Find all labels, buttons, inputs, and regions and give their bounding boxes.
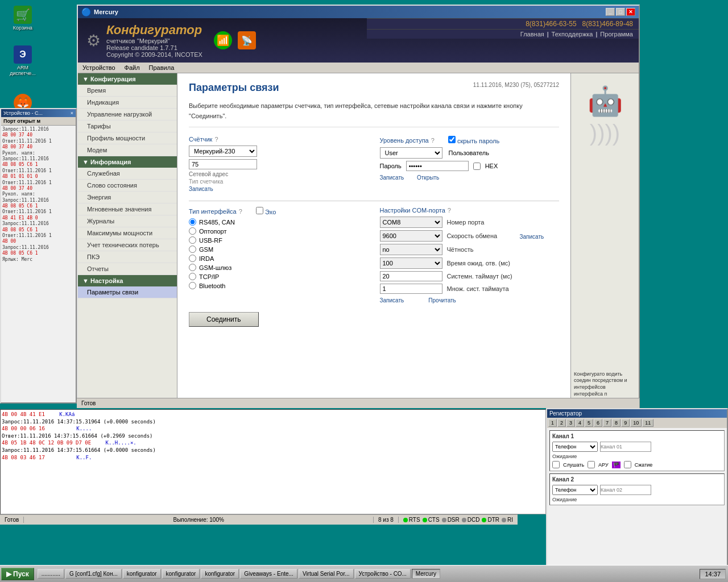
reg-tab-4[interactable]: 4 [576,419,584,427]
taskbar-item-konfigurator1[interactable]: konfigurator [123,569,161,579]
taskbar-item-0[interactable]: ............ [38,569,64,579]
channel-1-compression-check[interactable] [624,461,631,468]
rss-icon[interactable]: 📡 [238,31,256,49]
sidebar-item-load-control[interactable]: Управление нагрузкой [78,109,177,120]
pass-open-link[interactable]: Открыть [417,174,439,181]
radio-optport[interactable]: Оптопорт [189,227,369,235]
radio-tcpip[interactable]: TCP/IP [189,273,369,280]
channel-2-type[interactable]: Телефон [552,485,598,495]
reg-tab-10[interactable]: 10 [630,419,642,427]
com-mult-read-link[interactable]: Прочитать [428,297,456,304]
channel-1-listen-check[interactable] [552,461,560,468]
channel-2-number[interactable] [600,485,651,495]
radio-usb-rf[interactable]: USB-RF [189,236,369,244]
sidebar-settings-header[interactable]: ▼ Настройка [78,275,177,286]
radio-gsm[interactable]: GSM [189,246,369,253]
reg-tab-9[interactable]: 9 [621,419,630,427]
com-timeout-select[interactable]: 10050200 [380,257,442,269]
taskbar-item-mercury[interactable]: Mercury [412,569,440,579]
radio-rs485[interactable]: RS485, CAN [189,218,369,226]
reg-tab-8[interactable]: 8 [612,419,621,427]
sidebar-item-indication[interactable]: Индикация [78,97,177,109]
sidebar-item-modem[interactable]: Модем [78,144,177,156]
taskbar-item-giveaways[interactable]: Giveaways - Ente... [240,569,297,579]
sidebar-item-power-profile[interactable]: Профиль мощности [78,132,177,144]
com-parity-select[interactable]: noevenodd [380,244,442,255]
radio-gsm-gateway[interactable]: GSM-шлюз [189,264,369,271]
reg-tab-2[interactable]: 2 [557,419,566,427]
taskbar-item-device[interactable]: Устройство - СО... [355,569,411,579]
sidebar-item-energy[interactable]: Энергия [78,192,177,203]
sidebar-item-service[interactable]: Служебная [78,168,177,180]
taskbar-item-konfigurator3[interactable]: konfigurator [201,569,239,579]
maximize-button[interactable]: □ [616,8,625,16]
access-help-icon[interactable]: ? [431,137,435,144]
com-sys-timeout-input[interactable] [380,271,442,281]
reg-tab-6[interactable]: 6 [594,419,602,427]
hide-password-checkbox[interactable] [448,136,456,143]
sidebar-item-instant[interactable]: Мгновенные значения [78,203,177,215]
taskbar-item-conf[interactable]: G [conf1.cfg] Кон... [65,569,122,579]
sidebar-item-state-word[interactable]: Слово состояния [78,180,177,192]
radio-bluetooth[interactable]: Bluetooth [189,282,369,289]
sidebar-item-time[interactable]: Время [78,85,177,97]
channel-1-status: Ожидание [552,454,722,459]
channel-1-type[interactable]: Телефон [552,442,598,452]
pass-save-link[interactable]: Записать [380,174,404,181]
start-button[interactable]: ▶ Пуск [1,568,34,580]
channel-1-checks: Слушать АРУ 🏴 Сжатие [552,461,722,468]
counter-save-link[interactable]: Записать [189,186,213,192]
interface-help-icon[interactable]: ? [239,208,242,215]
sidebar-item-reports[interactable]: Отчеты [78,263,177,275]
desktop-icon-arm[interactable]: Э ARMдиспетче... [6,45,40,76]
counter-address-input[interactable] [189,159,257,169]
password-input[interactable] [406,161,469,171]
signal-icon[interactable]: 📶 [214,31,232,49]
reg-tab-1[interactable]: 1 [548,419,557,427]
menu-file[interactable]: Файл [120,63,144,72]
close-button[interactable]: ✕ [626,8,635,16]
nav-home[interactable]: Главная [520,31,544,38]
reg-tab-3[interactable]: 3 [566,419,575,427]
reg-tab-11[interactable]: 11 [642,419,653,427]
com-mult-input[interactable] [380,284,442,294]
port-monitor-window: Устройство - С... × Порт открыт м Запрос… [0,108,77,404]
taskbar-item-konfigurator2[interactable]: konfigurator [162,569,200,579]
menu-device[interactable]: Устройство [78,63,120,72]
sidebar-item-connection-params[interactable]: Параметры связи [78,286,177,298]
com-speed-save-link[interactable]: Записать [520,234,544,240]
nav-support[interactable]: Техподдержка [552,31,593,38]
sidebar-item-tariffs[interactable]: Тарифы [78,120,177,132]
user-label: Пользователь [449,149,489,156]
menu-rules[interactable]: Правила [144,63,179,72]
reg-tab-7[interactable]: 7 [603,419,611,427]
taskbar-item-virtual-serial[interactable]: Virtual Serial Por... [299,569,354,579]
com-port-select[interactable]: COM8COM1COM2 [380,217,442,228]
minimize-button[interactable]: _ [606,8,615,16]
hex-checkbox[interactable] [473,163,481,170]
channel-1-aru-check[interactable] [588,461,595,468]
radio-irda[interactable]: IRDA [189,255,369,262]
counter-type-select[interactable]: Меркурий-230 Меркурий-200 [189,146,257,157]
log-line: Запрос:11.11.2016 14:37:15.61664 (+0.000… [2,447,544,454]
sidebar-item-pke[interactable]: ПКЭ [78,251,177,263]
connect-button[interactable]: Соединить [189,312,259,327]
status-count: 8 из 8 [373,517,398,523]
sidebar-info-header[interactable]: ▼ Информация [78,156,177,168]
access-level-select[interactable]: User Admin [380,147,442,159]
com-timeout-row: 10050200 Время ожид. отв. (мс) [380,257,560,269]
sidebar-item-power-max[interactable]: Максимумы мощности [78,227,177,239]
counter-help-icon[interactable]: ? [214,136,218,143]
echo-checkbox[interactable] [256,207,263,214]
sidebar-item-journals[interactable]: Журналы [78,215,177,227]
sidebar-item-tech-losses[interactable]: Учет технических потерь [78,239,177,251]
desktop-icon-cart[interactable]: 🛒 Корзина [6,6,40,31]
reg-tab-5[interactable]: 5 [585,419,593,427]
sidebar-config-header[interactable]: ▼ Конфигурация [78,73,177,85]
channel-1-number[interactable] [600,442,651,452]
com-mult-save-link[interactable]: Записать [380,297,404,304]
sidebar-config-section: ▼ Конфигурация Время Индикация Управлени… [78,73,177,156]
com-help-icon[interactable]: ? [448,207,451,214]
com-speed-select[interactable]: 9600120019200 [380,230,442,242]
nav-program[interactable]: Программа [600,31,633,38]
